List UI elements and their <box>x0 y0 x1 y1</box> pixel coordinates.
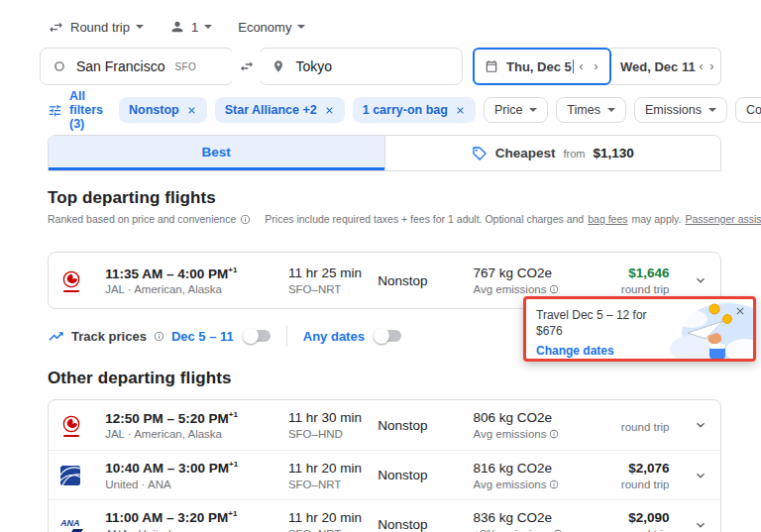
origin-city: San Francisco <box>76 58 164 74</box>
info-icon[interactable] <box>549 429 559 439</box>
track-date-range: Dec 5 – 11 <box>171 329 234 344</box>
trip-type-selector[interactable]: Round trip <box>48 19 144 36</box>
close-icon[interactable] <box>186 105 197 116</box>
ranked-note: Ranked based on price and convenience <box>48 213 236 225</box>
flight-co2: 816 kg CO2e <box>474 461 621 476</box>
flight-row-ana-1100[interactable]: ANA 11:00 AM – 3:20 PM+1 ANA · United 11… <box>49 499 720 532</box>
filter-dropdown-emissions[interactable]: Emissions <box>634 97 727 123</box>
origin-circle-icon <box>53 59 66 73</box>
flight-price: $2,076 <box>621 461 670 476</box>
cheapest-price: $1,130 <box>593 146 633 160</box>
any-dates-toggle[interactable] <box>376 330 401 342</box>
flight-duration: 11 hr 20 min <box>288 461 378 476</box>
flight-emissions-note: Avg emissions <box>474 479 621 490</box>
chevron-down-icon <box>297 25 305 29</box>
google-flights-results-page: Round trip 1 Economy San Francisco SFO T… <box>0 0 761 532</box>
expand-flight-button[interactable] <box>683 468 708 483</box>
pricing-disclaimer: Ranked based on price and convenience Pr… <box>48 213 761 225</box>
flight-stops: Nonstop <box>378 418 473 433</box>
swap-airports-button[interactable] <box>232 52 262 81</box>
flight-duration: 11 hr 25 min <box>288 266 378 280</box>
expand-flight-button[interactable] <box>683 417 708 433</box>
close-icon[interactable] <box>455 105 466 116</box>
info-icon[interactable] <box>154 331 164 342</box>
flight-row-united-1040[interactable]: 10:40 AM – 3:00 PM+1 United · ANA 11 hr … <box>49 450 720 499</box>
calendar-icon <box>485 59 498 73</box>
flight-price: $1,646 <box>621 266 670 280</box>
destination-city: Tokyo <box>295 58 332 74</box>
filter-dropdown-times[interactable]: Times <box>556 97 626 123</box>
tab-cheapest[interactable]: Cheapest from $1,130 <box>384 136 721 170</box>
location-pin-icon <box>272 59 285 73</box>
expand-flight-button[interactable] <box>683 272 708 288</box>
passengers-selector[interactable]: 1 <box>169 19 212 35</box>
jal-logo <box>60 414 82 437</box>
flight-co2: 806 kg CO2e <box>474 410 621 425</box>
destination-input[interactable]: Tokyo <box>259 48 463 85</box>
next-departure-date-button[interactable] <box>589 55 603 77</box>
return-date-field[interactable]: Wed, Dec 11 <box>610 48 721 85</box>
origin-code: SFO <box>174 61 196 72</box>
close-icon[interactable] <box>324 105 335 116</box>
info-icon[interactable] <box>549 479 559 489</box>
all-filters-label: All filters (3) <box>69 89 103 131</box>
top-flights-title: Top departing flights <box>48 188 721 208</box>
next-return-date-button[interactable] <box>707 55 717 77</box>
return-date-value: Wed, Dec 11 <box>620 59 696 74</box>
origin-input[interactable]: San Francisco SFO <box>40 48 234 85</box>
chevron-down-icon <box>607 108 615 112</box>
trip-type-label: Round trip <box>70 20 130 35</box>
flight-carriers: JAL · American, Alaska <box>105 428 288 440</box>
flight-times: 11:00 AM – 3:20 PM+1 <box>105 509 288 525</box>
cabin-class-selector[interactable]: Economy <box>238 20 305 35</box>
passenger-assistance-link[interactable]: Passenger assistance <box>686 213 761 225</box>
prev-return-date-button[interactable] <box>696 55 707 77</box>
date-fields: Thu, Dec 5 Wed, Dec 11 <box>473 48 721 85</box>
travel-deal-popup: Travel Dec 5 – 12 for $676 Change dates <box>523 296 756 362</box>
chevron-down-icon <box>136 25 144 29</box>
filter-chip-nonstop[interactable]: Nonstop <box>119 97 207 123</box>
flight-price: $2,090 <box>621 510 670 525</box>
trending-icon <box>48 328 64 345</box>
tab-best-label: Best <box>202 145 231 160</box>
filter-chip-star-alliance[interactable]: Star Alliance +2 <box>215 97 345 123</box>
chip-label: Nonstop <box>129 103 179 117</box>
prev-departure-date-button[interactable] <box>574 55 589 77</box>
departure-date-field[interactable]: Thu, Dec 5 <box>473 48 611 85</box>
flight-co2: 767 kg CO2e <box>474 266 621 280</box>
filter-dropdown-connecting-airports[interactable]: Connecting airports <box>735 97 761 123</box>
ana-logo: ANA <box>60 518 90 532</box>
flight-route: SFO–NRT <box>288 479 378 490</box>
cabin-class-label: Economy <box>238 20 291 35</box>
flight-route: SFO–HND <box>288 428 378 440</box>
flight-row-jal-1250[interactable]: 12:50 PM – 5:20 PM+1 JAL · American, Ala… <box>49 400 720 450</box>
info-icon[interactable] <box>549 284 559 294</box>
bag-fees-link[interactable]: bag fees <box>588 213 627 225</box>
prices-note: Prices include required taxes + fees for… <box>265 213 584 225</box>
other-flights-title: Other departing flights <box>48 369 721 388</box>
chip-label: Price <box>494 103 522 117</box>
swap-arrows-icon <box>239 58 255 74</box>
filter-chip-carry-on-bag[interactable]: 1 carry-on bag <box>353 97 476 123</box>
track-prices-label: Track prices <box>71 329 147 344</box>
chip-label: Emissions <box>645 103 702 117</box>
chip-label: Star Alliance +2 <box>225 103 317 117</box>
deal-price: $676 <box>536 324 563 338</box>
deal-text: Travel Dec 5 – 12 for $676 <box>536 307 675 339</box>
all-filters-button[interactable]: All filters (3) <box>48 89 103 131</box>
filter-dropdown-price[interactable]: Price <box>484 97 548 123</box>
result-tabs: Best Cheapest from $1,130 <box>48 135 721 171</box>
change-dates-link[interactable]: Change dates <box>536 344 675 358</box>
expand-flight-button[interactable] <box>683 517 708 532</box>
passenger-count: 1 <box>191 20 198 35</box>
chip-label: Times <box>567 103 600 117</box>
top-flights-note-row: Ranked based on price and convenience Pr… <box>48 213 721 241</box>
info-icon[interactable] <box>553 529 563 532</box>
info-icon[interactable] <box>240 214 251 225</box>
close-icon[interactable] <box>734 305 746 317</box>
flight-stops: Nonstop <box>378 468 473 482</box>
track-dates-toggle[interactable] <box>245 330 271 342</box>
chip-label: Connecting airports <box>746 103 761 117</box>
flight-route: SFO–NRT <box>288 528 378 532</box>
tab-best[interactable]: Best <box>49 136 384 170</box>
